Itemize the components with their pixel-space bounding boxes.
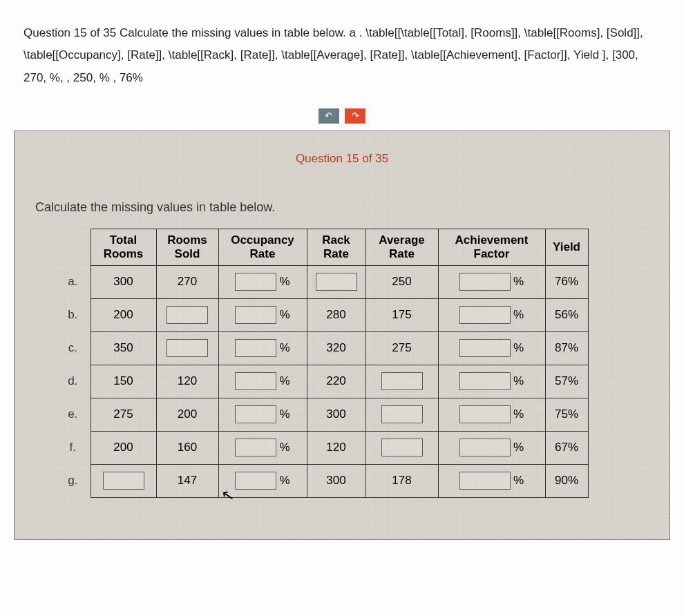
control-bar: ↶ ↷ <box>0 108 684 124</box>
yield-cell: 67% <box>545 431 588 464</box>
table-row: b.200%280175%56% <box>63 298 588 331</box>
achievement-factor-cell[interactable]: % <box>438 331 545 365</box>
rooms-sold-cell: 270 <box>156 265 218 298</box>
answer-input[interactable] <box>459 405 511 423</box>
worksheet-card: Question 15 of 35 Calculate the missing … <box>14 131 670 540</box>
col-average-rate: Average Rate <box>365 229 438 265</box>
col-total-rooms: Total Rooms <box>91 229 156 265</box>
average-rate-cell[interactable] <box>365 398 438 431</box>
rooms-sold-cell[interactable] <box>156 331 218 365</box>
rack-rate-cell: 320 <box>307 331 365 365</box>
redo-button[interactable]: ↷ <box>345 108 365 124</box>
percent-suffix: % <box>513 341 524 354</box>
occupancy-rate-cell[interactable]: % <box>218 431 307 464</box>
question-header-text: Question 15 of 35 Calculate the missing … <box>14 14 670 102</box>
answer-input[interactable] <box>103 472 144 490</box>
answer-input[interactable] <box>235 306 276 324</box>
row-label: e. <box>63 398 91 431</box>
answer-input[interactable] <box>235 405 276 423</box>
answer-input[interactable] <box>381 372 423 390</box>
answer-input[interactable] <box>459 372 511 390</box>
row-label: b. <box>63 298 91 331</box>
answer-input[interactable] <box>459 439 511 456</box>
rooms-sold-cell: 120 <box>156 365 218 398</box>
answer-input[interactable] <box>381 439 423 456</box>
col-rack-rate: Rack Rate <box>307 229 365 265</box>
answer-input[interactable] <box>167 339 208 357</box>
total-rooms-cell: 300 <box>91 265 156 298</box>
achievement-factor-cell[interactable]: % <box>438 365 545 398</box>
percent-suffix: % <box>513 308 524 321</box>
question-counter: Question 15 of 35 <box>35 152 649 166</box>
undo-button[interactable]: ↶ <box>319 108 339 124</box>
percent-suffix: % <box>279 308 289 321</box>
table-row: c.350%320275%87% <box>63 331 588 365</box>
average-rate-cell: 275 <box>365 331 438 365</box>
answer-input[interactable] <box>316 273 357 291</box>
rack-rate-cell: 300 <box>307 464 365 497</box>
achievement-factor-cell[interactable]: % <box>438 464 545 497</box>
row-label: g. <box>63 464 91 497</box>
yield-cell: 75% <box>545 398 588 431</box>
answer-input[interactable] <box>235 273 276 291</box>
percent-suffix: % <box>279 341 289 354</box>
answer-input[interactable] <box>235 372 276 390</box>
table-row: e.275200%300%75% <box>63 398 588 431</box>
percent-suffix: % <box>279 441 289 454</box>
occupancy-rate-cell[interactable]: % <box>218 298 307 331</box>
total-rooms-cell[interactable] <box>91 464 156 497</box>
row-label: c. <box>63 331 91 365</box>
occupancy-rate-cell[interactable]: % <box>218 365 307 398</box>
row-label: f. <box>63 431 91 464</box>
rooms-sold-cell[interactable] <box>156 298 218 331</box>
answer-input[interactable] <box>167 306 208 324</box>
total-rooms-cell: 200 <box>91 431 156 464</box>
total-rooms-cell: 350 <box>91 331 156 365</box>
occupancy-rate-cell[interactable]: % <box>218 398 307 431</box>
answer-input[interactable] <box>235 472 276 490</box>
average-rate-cell: 250 <box>365 265 438 298</box>
values-table: Total Rooms Rooms Sold Occupancy Rate Ra… <box>63 229 589 498</box>
col-achievement-factor: Achievement Factor <box>438 229 545 265</box>
row-label: d. <box>63 365 91 398</box>
occupancy-rate-cell[interactable]: % <box>218 265 307 298</box>
rack-rate-cell: 120 <box>307 431 365 464</box>
achievement-factor-cell[interactable]: % <box>438 265 545 298</box>
percent-suffix: % <box>279 407 289 421</box>
table-row: g.147%300178%90% <box>63 464 588 497</box>
total-rooms-cell: 150 <box>91 365 156 398</box>
rack-rate-cell: 220 <box>307 365 365 398</box>
rooms-sold-cell: 160 <box>156 431 218 464</box>
answer-input[interactable] <box>459 472 511 490</box>
answer-input[interactable] <box>235 339 276 357</box>
percent-suffix: % <box>513 407 524 421</box>
average-rate-cell[interactable] <box>365 431 438 464</box>
occupancy-rate-cell[interactable]: % <box>218 331 307 365</box>
row-label: a. <box>63 265 91 298</box>
answer-input[interactable] <box>459 273 511 291</box>
percent-suffix: % <box>513 474 524 487</box>
table-row: f.200160%120%67% <box>63 431 588 464</box>
answer-input[interactable] <box>235 439 276 456</box>
rooms-sold-cell: 200 <box>156 398 218 431</box>
average-rate-cell[interactable] <box>365 365 438 398</box>
achievement-factor-cell[interactable]: % <box>438 298 545 331</box>
rack-rate-cell: 280 <box>307 298 365 331</box>
percent-suffix: % <box>279 275 289 288</box>
rack-rate-cell[interactable] <box>307 265 365 298</box>
percent-suffix: % <box>513 374 524 387</box>
yield-cell: 90% <box>545 464 588 497</box>
table-row: d.150120%220%57% <box>63 365 588 398</box>
yield-cell: 57% <box>545 365 588 398</box>
achievement-factor-cell[interactable]: % <box>438 398 545 431</box>
rack-rate-cell: 300 <box>307 398 365 431</box>
percent-suffix: % <box>279 474 289 487</box>
answer-input[interactable] <box>459 339 511 357</box>
total-rooms-cell: 275 <box>91 398 156 431</box>
percent-suffix: % <box>513 441 524 454</box>
yield-cell: 76% <box>545 265 588 298</box>
answer-input[interactable] <box>381 405 423 423</box>
average-rate-cell: 178 <box>365 464 438 497</box>
answer-input[interactable] <box>459 306 511 324</box>
achievement-factor-cell[interactable]: % <box>438 431 545 464</box>
